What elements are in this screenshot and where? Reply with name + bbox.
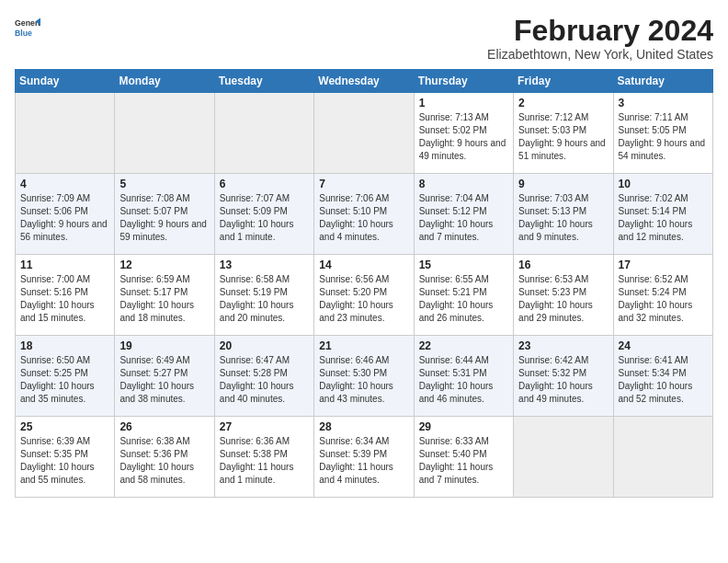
day-number: 2 [518,97,608,109]
calendar-cell: 16Sunrise: 6:53 AMSunset: 5:23 PMDayligh… [514,255,613,336]
calendar-week-row: 4Sunrise: 7:09 AMSunset: 5:06 PMDaylight… [16,174,713,255]
day-info: Sunrise: 6:39 AMSunset: 5:35 PMDaylight:… [20,435,109,487]
day-info: Sunrise: 6:41 AMSunset: 5:34 PMDaylight:… [619,354,708,406]
calendar-cell: 5Sunrise: 7:08 AMSunset: 5:07 PMDaylight… [115,174,214,255]
day-number: 14 [319,259,408,271]
day-info: Sunrise: 6:49 AMSunset: 5:27 PMDaylight:… [119,354,209,406]
calendar-week-row: 25Sunrise: 6:39 AMSunset: 5:35 PMDayligh… [16,417,713,498]
day-info: Sunrise: 7:00 AMSunset: 5:16 PMDaylight:… [20,273,109,325]
calendar-cell [514,417,613,498]
logo: General Blue [15,15,40,40]
weekday-header-saturday: Saturday [613,70,712,93]
calendar-week-row: 18Sunrise: 6:50 AMSunset: 5:25 PMDayligh… [16,336,713,417]
day-info: Sunrise: 6:44 AMSunset: 5:31 PMDaylight:… [419,354,508,406]
day-number: 27 [220,420,309,433]
day-number: 7 [319,178,408,190]
day-info: Sunrise: 6:58 AMSunset: 5:19 PMDaylight:… [220,273,309,325]
day-number: 28 [319,420,408,433]
day-info: Sunrise: 6:47 AMSunset: 5:28 PMDaylight:… [220,354,309,406]
day-info: Sunrise: 7:04 AMSunset: 5:12 PMDaylight:… [419,192,508,244]
title-block: February 2024 Elizabethtown, New York, U… [487,15,713,62]
day-number: 26 [119,420,209,433]
calendar-cell: 8Sunrise: 7:04 AMSunset: 5:12 PMDaylight… [414,174,513,255]
calendar-week-row: 11Sunrise: 7:00 AMSunset: 5:16 PMDayligh… [16,255,713,336]
calendar-cell: 11Sunrise: 7:00 AMSunset: 5:16 PMDayligh… [16,255,115,336]
day-number: 24 [619,339,708,352]
day-number: 15 [419,259,508,271]
day-number: 18 [20,339,109,352]
calendar-cell [613,417,712,498]
page-header: General Blue February 2024 Elizabethtown… [15,15,713,62]
day-number: 20 [220,339,309,352]
calendar-cell: 26Sunrise: 6:38 AMSunset: 5:36 PMDayligh… [115,417,214,498]
day-number: 10 [619,178,708,190]
day-number: 23 [518,339,608,352]
calendar-cell: 2Sunrise: 7:12 AMSunset: 5:03 PMDaylight… [514,93,613,174]
calendar-cell: 6Sunrise: 7:07 AMSunset: 5:09 PMDaylight… [214,174,313,255]
calendar-cell: 27Sunrise: 6:36 AMSunset: 5:38 PMDayligh… [214,417,313,498]
day-info: Sunrise: 6:36 AMSunset: 5:38 PMDaylight:… [220,435,309,487]
day-info: Sunrise: 6:38 AMSunset: 5:36 PMDaylight:… [119,435,209,487]
calendar-cell: 25Sunrise: 6:39 AMSunset: 5:35 PMDayligh… [16,417,115,498]
day-info: Sunrise: 7:02 AMSunset: 5:14 PMDaylight:… [619,192,708,244]
day-number: 8 [419,178,508,190]
day-info: Sunrise: 7:06 AMSunset: 5:10 PMDaylight:… [319,192,408,244]
day-info: Sunrise: 6:55 AMSunset: 5:21 PMDaylight:… [419,273,508,325]
day-info: Sunrise: 7:13 AMSunset: 5:02 PMDaylight:… [419,111,508,163]
day-info: Sunrise: 6:56 AMSunset: 5:20 PMDaylight:… [319,273,408,325]
day-number: 9 [518,178,608,190]
weekday-header-row: SundayMondayTuesdayWednesdayThursdayFrid… [16,70,713,93]
calendar-cell: 18Sunrise: 6:50 AMSunset: 5:25 PMDayligh… [16,336,115,417]
calendar-cell [115,93,214,174]
day-number: 19 [119,339,209,352]
day-number: 6 [220,178,309,190]
calendar-cell: 4Sunrise: 7:09 AMSunset: 5:06 PMDaylight… [16,174,115,255]
calendar-cell: 23Sunrise: 6:42 AMSunset: 5:32 PMDayligh… [514,336,613,417]
day-info: Sunrise: 6:53 AMSunset: 5:23 PMDaylight:… [518,273,608,325]
calendar-cell: 21Sunrise: 6:46 AMSunset: 5:30 PMDayligh… [314,336,414,417]
day-info: Sunrise: 6:33 AMSunset: 5:40 PMDaylight:… [419,435,508,487]
day-info: Sunrise: 6:42 AMSunset: 5:32 PMDaylight:… [518,354,608,406]
day-number: 11 [20,259,109,271]
calendar-cell [16,93,115,174]
calendar-cell: 29Sunrise: 6:33 AMSunset: 5:40 PMDayligh… [414,417,513,498]
day-number: 3 [619,97,708,109]
weekday-header-friday: Friday [514,70,613,93]
day-number: 1 [419,97,508,109]
day-info: Sunrise: 7:12 AMSunset: 5:03 PMDaylight:… [518,111,608,163]
calendar-cell: 13Sunrise: 6:58 AMSunset: 5:19 PMDayligh… [214,255,313,336]
calendar-cell [314,93,414,174]
calendar-cell: 20Sunrise: 6:47 AMSunset: 5:28 PMDayligh… [214,336,313,417]
calendar-cell: 19Sunrise: 6:49 AMSunset: 5:27 PMDayligh… [115,336,214,417]
weekday-header-monday: Monday [115,70,214,93]
calendar-cell [214,93,313,174]
calendar-cell: 10Sunrise: 7:02 AMSunset: 5:14 PMDayligh… [613,174,712,255]
day-number: 25 [20,420,109,433]
calendar-cell: 3Sunrise: 7:11 AMSunset: 5:05 PMDaylight… [613,93,712,174]
day-info: Sunrise: 7:09 AMSunset: 5:06 PMDaylight:… [20,192,109,244]
weekday-header-thursday: Thursday [414,70,513,93]
weekday-header-sunday: Sunday [16,70,115,93]
day-number: 12 [119,259,209,271]
location: Elizabethtown, New York, United States [487,47,713,62]
day-info: Sunrise: 7:03 AMSunset: 5:13 PMDaylight:… [518,192,608,244]
calendar-cell: 17Sunrise: 6:52 AMSunset: 5:24 PMDayligh… [613,255,712,336]
calendar-cell: 24Sunrise: 6:41 AMSunset: 5:34 PMDayligh… [613,336,712,417]
day-number: 22 [419,339,508,352]
day-info: Sunrise: 7:07 AMSunset: 5:09 PMDaylight:… [220,192,309,244]
calendar-cell: 14Sunrise: 6:56 AMSunset: 5:20 PMDayligh… [314,255,414,336]
calendar-cell: 15Sunrise: 6:55 AMSunset: 5:21 PMDayligh… [414,255,513,336]
calendar-cell: 1Sunrise: 7:13 AMSunset: 5:02 PMDaylight… [414,93,513,174]
calendar-cell: 12Sunrise: 6:59 AMSunset: 5:17 PMDayligh… [115,255,214,336]
day-info: Sunrise: 6:50 AMSunset: 5:25 PMDaylight:… [20,354,109,406]
day-number: 4 [20,178,109,190]
logo-icon: General Blue [15,15,40,40]
day-info: Sunrise: 7:08 AMSunset: 5:07 PMDaylight:… [119,192,209,244]
calendar-cell: 7Sunrise: 7:06 AMSunset: 5:10 PMDaylight… [314,174,414,255]
svg-text:Blue: Blue [15,29,32,38]
calendar-table: SundayMondayTuesdayWednesdayThursdayFrid… [15,69,713,498]
calendar-week-row: 1Sunrise: 7:13 AMSunset: 5:02 PMDaylight… [16,93,713,174]
day-info: Sunrise: 6:59 AMSunset: 5:17 PMDaylight:… [119,273,209,325]
day-number: 13 [220,259,309,271]
day-info: Sunrise: 6:52 AMSunset: 5:24 PMDaylight:… [619,273,708,325]
